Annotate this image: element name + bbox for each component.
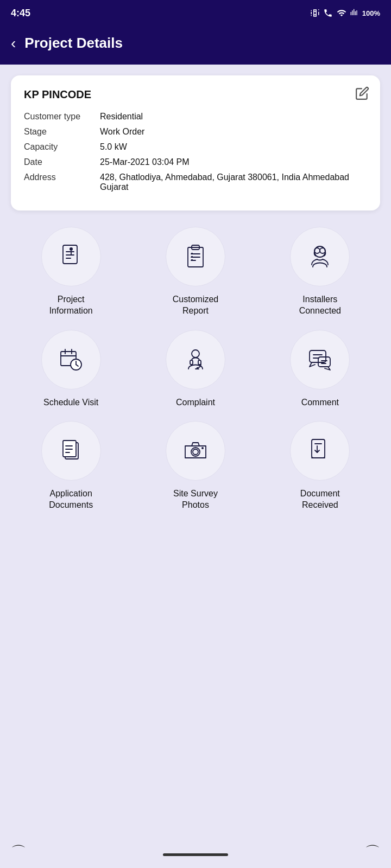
doc-download-icon — [305, 436, 335, 465]
site-survey-photos-label: Site SurveyPhotos — [173, 488, 218, 511]
status-icons: 100% — [310, 8, 380, 18]
grid-item-comment[interactable]: Comment — [262, 330, 378, 409]
address-row: Address 428, Ghatlodiya, Ahmedabad, Guja… — [24, 173, 367, 192]
customer-type-row: Customer type Residential — [24, 112, 367, 122]
document-info-icon — [56, 242, 86, 271]
svg-point-24 — [192, 350, 199, 358]
stage-label: Stage — [24, 127, 100, 137]
calendar-clock-icon — [56, 345, 86, 374]
status-time: 4:45 — [11, 8, 30, 19]
project-information-icon-circle — [41, 227, 101, 286]
page-title: Project Details — [24, 35, 123, 52]
schedule-visit-label: Schedule Visit — [43, 397, 98, 409]
stage-value: Work Order — [100, 127, 367, 137]
svg-rect-36 — [63, 441, 76, 457]
application-documents-label: ApplicationDocuments — [49, 488, 93, 511]
date-label: Date — [24, 157, 100, 167]
customized-report-icon-circle — [166, 227, 225, 286]
complaint-label: Complaint — [176, 397, 215, 409]
app-header: ‹ Project Details — [0, 26, 391, 65]
address-label: Address — [24, 173, 100, 192]
complaint-icon-circle — [166, 330, 225, 390]
grid-item-complaint[interactable]: Complaint — [137, 330, 253, 409]
svg-rect-12 — [191, 256, 193, 258]
document-received-label: DocumentReceived — [300, 488, 340, 511]
grid-item-document-received[interactable]: DocumentReceived — [262, 421, 378, 511]
svg-point-16 — [320, 248, 325, 253]
svg-point-15 — [314, 248, 320, 253]
svg-rect-26 — [198, 360, 201, 365]
stacked-docs-icon — [56, 436, 86, 465]
schedule-visit-icon-circle — [41, 330, 101, 390]
action-grid: ProjectInformation CustomizedReport — [0, 221, 391, 516]
date-value: 25-Mar-2021 03:04 PM — [100, 157, 367, 167]
svg-rect-13 — [191, 259, 193, 261]
camera-icon — [181, 436, 210, 465]
nav-corner-right: ⌒ — [365, 842, 380, 863]
svg-rect-11 — [191, 253, 193, 254]
project-information-label: ProjectInformation — [49, 294, 93, 317]
phone-icon — [323, 8, 333, 18]
wifi-icon — [336, 8, 347, 18]
svg-point-4 — [70, 247, 73, 251]
capacity-label: Capacity — [24, 142, 100, 152]
capacity-value: 5.0 kW — [100, 142, 367, 152]
svg-point-41 — [193, 449, 198, 455]
site-survey-photos-icon-circle — [166, 421, 225, 481]
grid-item-customized-report[interactable]: CustomizedReport — [137, 227, 253, 317]
edit-button[interactable] — [355, 86, 369, 104]
address-value: 428, Ghatlodiya, Ahmedabad, Gujarat 3800… — [100, 173, 367, 192]
status-bar: 4:45 100% — [0, 0, 391, 26]
svg-rect-32 — [318, 357, 330, 367]
grid-item-application-documents[interactable]: ApplicationDocuments — [13, 421, 129, 511]
stage-row: Stage Work Order — [24, 127, 367, 137]
capacity-row: Capacity 5.0 kW — [24, 142, 367, 152]
nav-corner-left: ⌒ — [11, 842, 26, 863]
headset-person-icon — [181, 345, 210, 374]
customized-report-label: CustomizedReport — [173, 294, 218, 317]
date-row: Date 25-Mar-2021 03:04 PM — [24, 157, 367, 167]
nav-corners: ⌒ ⌒ — [0, 842, 391, 863]
battery-icon: 100% — [362, 9, 380, 17]
chat-bubble-icon — [305, 345, 335, 374]
installers-connected-icon-circle — [290, 227, 350, 286]
svg-point-42 — [201, 447, 204, 449]
grid-item-site-survey-photos[interactable]: Site SurveyPhotos — [137, 421, 253, 511]
comment-icon-circle — [290, 330, 350, 390]
customer-type-label: Customer type — [24, 112, 100, 122]
customer-type-value: Residential — [100, 112, 367, 122]
signal-icon — [350, 8, 359, 18]
installers-connected-label: InstallersConnected — [299, 294, 341, 317]
comment-label: Comment — [301, 397, 339, 409]
svg-rect-43 — [312, 439, 325, 458]
vibrate-icon — [310, 8, 320, 18]
grid-item-project-information[interactable]: ProjectInformation — [13, 227, 129, 317]
handshake-icon — [305, 242, 335, 271]
application-documents-icon-circle — [41, 421, 101, 481]
svg-rect-25 — [190, 360, 193, 365]
grid-item-installers-connected[interactable]: InstallersConnected — [262, 227, 378, 317]
clipboard-list-icon — [181, 242, 210, 271]
project-card: KP PINCODE Customer type Residential Sta… — [11, 75, 380, 210]
project-name: KP PINCODE — [24, 88, 367, 101]
document-received-icon-circle — [290, 421, 350, 481]
grid-item-schedule-visit[interactable]: Schedule Visit — [13, 330, 129, 409]
back-button[interactable]: ‹ — [11, 36, 16, 51]
